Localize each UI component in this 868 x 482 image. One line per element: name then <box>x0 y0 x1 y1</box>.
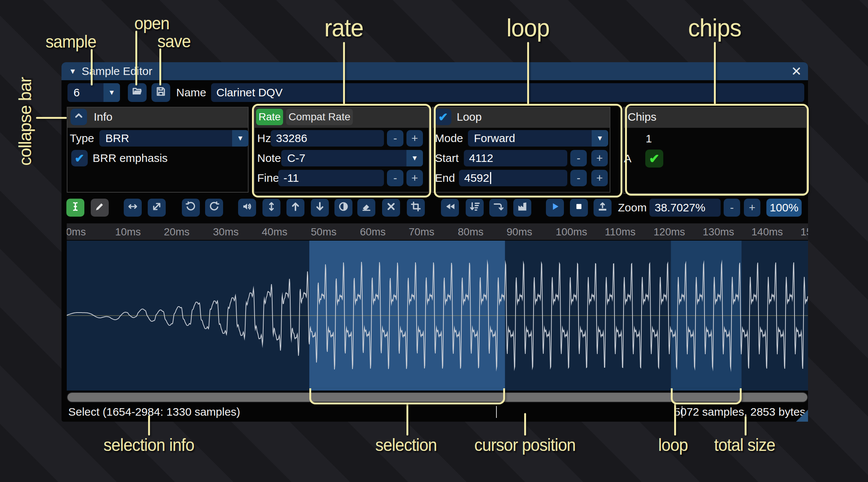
close-button[interactable]: ✕ <box>787 62 806 80</box>
annotation-line <box>524 413 526 436</box>
annotation-label-loop-bottom: loop <box>658 435 688 455</box>
annotation-line <box>135 31 137 85</box>
zoom-reset-button[interactable]: 100% <box>766 199 802 217</box>
delete-button[interactable] <box>382 199 400 217</box>
arrow-down-icon <box>314 201 326 215</box>
chevron-up-icon <box>73 110 85 124</box>
insert-button[interactable] <box>489 199 507 217</box>
title-bar[interactable]: Sample Editor <box>61 62 808 80</box>
factory-icon <box>516 201 528 215</box>
chips-callout-box <box>625 104 809 196</box>
annotation-line <box>159 48 161 85</box>
annotation-label-collapse-bar: collapse bar <box>15 71 35 166</box>
undo-button[interactable] <box>182 199 200 217</box>
trim-button[interactable] <box>407 199 425 217</box>
select-mode-button[interactable] <box>66 199 84 217</box>
zoom-in-button[interactable]: + <box>744 199 760 217</box>
collapse-bar-button[interactable] <box>70 109 87 125</box>
speaker-icon <box>241 201 253 215</box>
type-dropdown[interactable]: BRR <box>99 130 249 147</box>
upload-icon <box>597 201 609 215</box>
ruler-tick-label: 80ms <box>458 226 483 238</box>
stop-button[interactable] <box>570 199 588 217</box>
redo-icon <box>208 201 220 215</box>
brr-emphasis-checkbox[interactable] <box>71 150 88 166</box>
folder-open-icon <box>131 85 143 100</box>
annotation-line <box>148 415 150 436</box>
arrow-turn-down-icon <box>492 201 504 215</box>
fade-out-button[interactable] <box>311 199 329 217</box>
open-sample-button[interactable] <box>128 83 147 102</box>
waveform-display[interactable] <box>67 241 808 391</box>
pencil-icon <box>94 201 106 215</box>
ruler-tick-label: 130ms <box>703 226 734 238</box>
stop-icon <box>573 201 585 215</box>
amplify-button[interactable] <box>238 199 256 217</box>
apply-filter-button[interactable] <box>513 199 531 217</box>
time-ruler[interactable]: 0ms10ms20ms30ms40ms50ms60ms70ms80ms90ms1… <box>67 223 808 240</box>
eraser-icon <box>360 201 372 215</box>
annotation-label-selection: selection <box>375 435 437 455</box>
type-label: Type <box>70 130 94 147</box>
resize-grip[interactable] <box>796 410 808 422</box>
h-resize-icon <box>127 201 139 215</box>
annotation-line <box>406 403 408 436</box>
status-selection-info: Select (1654-2984: 1330 samples) <box>68 405 240 419</box>
annotation-line <box>745 416 747 436</box>
fade-in-button[interactable] <box>286 199 304 217</box>
rewind-icon <box>444 201 456 215</box>
sample-selector[interactable]: 6 <box>67 83 120 102</box>
zoom-input[interactable]: 38.7027% <box>649 199 721 217</box>
loop-callout-box <box>434 104 622 198</box>
normalize-button[interactable] <box>262 199 280 217</box>
annotation-label-save: save <box>157 31 191 51</box>
floppy-disk-icon <box>155 85 167 100</box>
annotation-label-cursor-position: cursor position <box>474 435 576 455</box>
ruler-tick-label: 100ms <box>556 226 587 238</box>
zoom-out-button[interactable]: - <box>724 199 740 217</box>
ruler-tick-label: 60ms <box>360 226 385 238</box>
ruler-tick-label: 70ms <box>409 226 434 238</box>
ruler-tick-label: 10ms <box>115 226 141 238</box>
ruler-tick-label: 140ms <box>751 226 783 238</box>
ibeam-icon <box>69 201 81 215</box>
draw-mode-button[interactable] <box>91 199 109 217</box>
downsample-button[interactable] <box>466 199 484 217</box>
ruler-tick-label: 0ms <box>67 226 86 238</box>
annotation-line <box>527 42 529 104</box>
redo-button[interactable] <box>205 199 223 217</box>
play-button[interactable] <box>546 199 564 217</box>
status-separator <box>496 406 497 418</box>
annotation-label-rate: rate <box>324 13 363 42</box>
collapse-window-icon[interactable] <box>69 67 76 76</box>
invert-button[interactable] <box>334 199 352 217</box>
silence-button[interactable] <box>357 199 375 217</box>
expand-diagonal-icon <box>151 201 163 215</box>
resample-button[interactable] <box>148 199 166 217</box>
annotation-label-sample: sample <box>45 31 96 52</box>
ruler-tick-label: 30ms <box>213 226 238 238</box>
chevron-down-icon[interactable] <box>232 130 249 147</box>
annotation-label-open: open <box>134 13 169 33</box>
undo-icon <box>185 201 197 215</box>
sort-amount-icon <box>469 201 481 215</box>
chevron-down-icon[interactable] <box>103 83 120 102</box>
brr-emphasis-label: BRR emphasis <box>93 150 168 166</box>
ruler-tick-label: 110ms <box>605 226 636 238</box>
status-total-size: 5072 samples, 2853 bytes <box>600 405 805 419</box>
ruler-tick-label: 40ms <box>262 226 287 238</box>
annotation-label-total-size: total size <box>714 435 775 455</box>
info-header: Info <box>94 107 112 127</box>
x-icon <box>385 201 397 215</box>
resize-button[interactable] <box>124 199 142 217</box>
crop-icon <box>410 201 422 215</box>
annotation-line <box>91 49 93 85</box>
ruler-tick-label: 120ms <box>654 226 685 238</box>
annotation-line <box>674 403 676 436</box>
sample-number: 6 <box>67 86 103 99</box>
reverse-button[interactable] <box>441 199 459 217</box>
save-sample-button[interactable] <box>151 83 170 102</box>
create-instrument-button[interactable] <box>594 199 612 217</box>
contrast-icon <box>337 201 349 215</box>
play-icon <box>549 201 561 215</box>
